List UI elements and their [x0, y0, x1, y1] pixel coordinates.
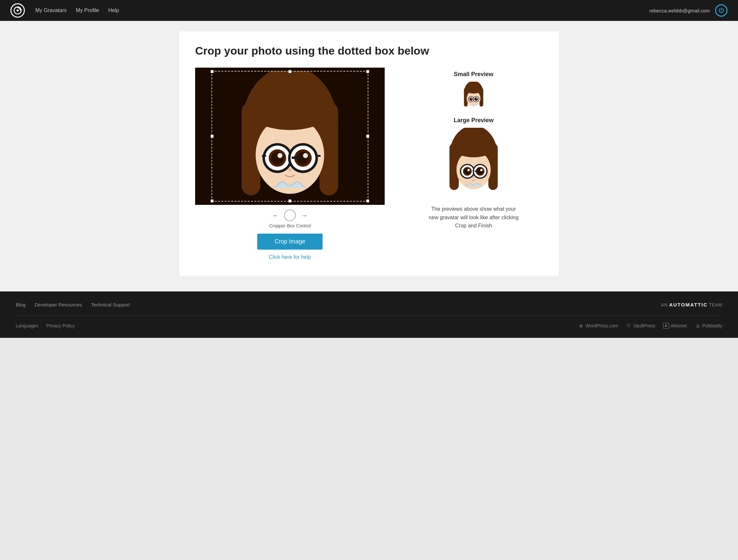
large-preview-block: Large Preview: [441, 117, 506, 193]
footer-privacy-link[interactable]: Privacy Policy: [46, 323, 74, 328]
nav-my-gravatars[interactable]: My Gravatars: [35, 8, 67, 13]
vaultpress-label: VaultPress: [634, 323, 655, 328]
cropper-section: ← → Cropper Box Control Crop Image Click…: [195, 68, 385, 260]
akismet-link[interactable]: A Akismet: [663, 323, 687, 329]
logout-button[interactable]: [715, 4, 728, 17]
main-content: Crop your photo using the dotted box bel…: [0, 21, 738, 292]
small-preview-svg: [460, 82, 487, 108]
avatar-image: [195, 68, 385, 205]
help-link[interactable]: Click here for help: [195, 254, 385, 260]
large-preview-svg: [441, 128, 506, 193]
header-left: My Gravatars My Profile Help: [10, 3, 119, 18]
gravatar-logo-icon: [13, 6, 22, 15]
credit-brand: AUTOMATTIC: [669, 302, 708, 308]
footer-policy-links: Languages Privacy Policy: [16, 323, 74, 328]
crop-layout: ← → Cropper Box Control Crop Image Click…: [195, 68, 543, 260]
vaultpress-icon: 🛡: [626, 323, 632, 329]
avatar-svg: [231, 71, 349, 201]
small-preview-block: Small Preview: [454, 71, 493, 108]
automattic-credit: AN AUTOMATTIC TEAM: [661, 302, 722, 308]
user-email: rebecca.webbb@gmail.com: [650, 8, 710, 13]
footer-technical-support-link[interactable]: Technical Support: [91, 302, 130, 308]
large-preview-image: [441, 128, 506, 193]
wordpress-icon: ⊕: [578, 323, 584, 329]
footer-partners: ⊕ WordPress.com 🛡 VaultPress A Akismet ◎…: [578, 323, 722, 329]
svg-point-41: [473, 101, 474, 102]
svg-rect-48: [454, 148, 493, 156]
svg-point-1: [17, 9, 19, 12]
content-card: Crop your photo using the dotted box bel…: [179, 31, 559, 276]
move-right-arrow[interactable]: →: [301, 212, 308, 218]
svg-point-34: [471, 98, 472, 99]
svg-point-39: [476, 98, 477, 99]
polldaddy-link[interactable]: ◎ Polldaddy: [695, 323, 723, 329]
svg-rect-29: [466, 90, 481, 93]
svg-point-33: [470, 98, 473, 101]
svg-rect-19: [292, 156, 301, 159]
site-footer: Blog Developer Resources Technical Suppo…: [0, 292, 738, 338]
power-icon: [718, 7, 725, 14]
site-header: My Gravatars My Profile Help rebecca.web…: [0, 0, 738, 21]
svg-point-52: [464, 168, 470, 174]
cropper-image-wrapper[interactable]: [195, 68, 385, 205]
svg-rect-20: [262, 155, 266, 157]
svg-rect-59: [474, 170, 479, 172]
credit-prefix: AN: [661, 302, 667, 308]
akismet-label: Akismet: [671, 323, 687, 328]
svg-point-18: [303, 153, 308, 158]
header-right: rebecca.webbb@gmail.com: [650, 4, 728, 17]
polldaddy-icon: ◎: [695, 323, 701, 329]
footer-top: Blog Developer Resources Technical Suppo…: [16, 302, 722, 316]
preview-section: Small Preview: [404, 68, 543, 230]
svg-point-12: [271, 152, 284, 164]
svg-rect-21: [316, 155, 321, 157]
page-title: Crop your photo using the dotted box bel…: [195, 44, 543, 57]
small-preview-image: [460, 82, 487, 108]
svg-point-53: [467, 169, 470, 171]
svg-point-22: [288, 168, 292, 171]
move-left-arrow[interactable]: ←: [272, 212, 279, 218]
large-preview-title: Large Preview: [441, 117, 506, 124]
nav-my-profile[interactable]: My Profile: [76, 8, 99, 13]
footer-developer-resources-link[interactable]: Developer Resources: [35, 302, 82, 308]
polldaddy-label: Polldaddy: [702, 323, 723, 328]
svg-point-60: [473, 176, 474, 178]
crop-circle-control[interactable]: [284, 209, 296, 221]
wordpress-label: WordPress.com: [586, 323, 618, 328]
footer-links: Blog Developer Resources Technical Suppo…: [16, 302, 130, 308]
footer-blog-link[interactable]: Blog: [16, 302, 25, 308]
svg-point-58: [480, 169, 483, 171]
nav-help[interactable]: Help: [108, 8, 119, 13]
cropper-controls: ← →: [195, 209, 385, 221]
cropper-box-label: Cropper Box Control: [195, 223, 385, 228]
wordpress-link[interactable]: ⊕ WordPress.com: [578, 323, 618, 329]
credit-suffix: TEAM: [709, 302, 722, 308]
small-preview-title: Small Preview: [454, 71, 493, 78]
preview-description: The previews above show what your new gr…: [428, 205, 519, 230]
gravatar-logo[interactable]: [10, 3, 25, 18]
footer-bottom: Languages Privacy Policy ⊕ WordPress.com…: [16, 316, 722, 329]
svg-rect-8: [251, 111, 329, 127]
svg-point-13: [278, 153, 282, 158]
svg-rect-40: [474, 99, 476, 99]
vaultpress-link[interactable]: 🛡 VaultPress: [626, 323, 655, 329]
main-nav: My Gravatars My Profile Help: [35, 8, 119, 13]
akismet-icon: A: [663, 323, 669, 329]
crop-image-button[interactable]: Crop Image: [257, 233, 323, 249]
footer-languages-link[interactable]: Languages: [16, 323, 38, 328]
